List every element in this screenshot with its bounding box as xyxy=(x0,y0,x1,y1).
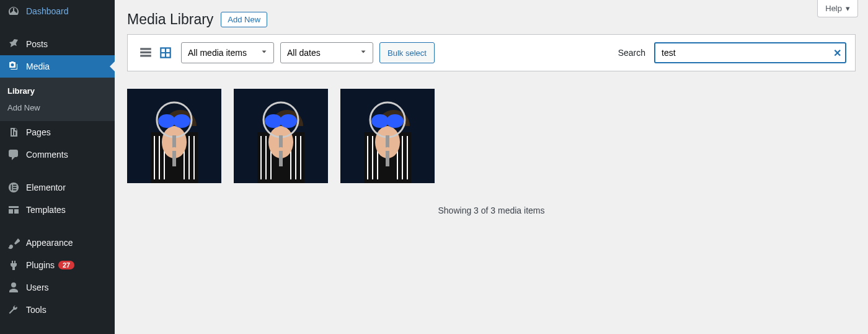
help-label: Help xyxy=(825,4,842,13)
search-input[interactable] xyxy=(654,42,846,63)
page-title: Media Library xyxy=(127,11,213,28)
pages-icon xyxy=(7,126,20,138)
menu-label: Appearance xyxy=(26,238,73,248)
search-label: Search xyxy=(618,48,645,58)
svg-point-17 xyxy=(280,114,297,128)
menu-media[interactable]: Media xyxy=(0,55,115,78)
svg-point-16 xyxy=(265,114,282,128)
media-submenu: Library Add New xyxy=(0,78,115,121)
chevron-down-icon xyxy=(359,48,368,58)
pin-icon xyxy=(7,38,20,50)
menu-label: Media xyxy=(26,61,50,71)
svg-rect-4 xyxy=(13,189,16,191)
submenu-library[interactable]: Library xyxy=(0,83,115,99)
svg-point-9 xyxy=(158,114,175,128)
elementor-icon xyxy=(7,181,20,194)
wrench-icon xyxy=(7,304,20,316)
menu-label: Dashboard xyxy=(26,6,69,16)
menu-appearance[interactable]: Appearance xyxy=(0,232,115,254)
list-icon xyxy=(139,46,153,60)
dashboard-icon xyxy=(7,5,20,17)
media-thumbnail[interactable] xyxy=(127,89,221,183)
menu-elementor[interactable]: Elementor xyxy=(0,176,115,199)
menu-comments[interactable]: Comments xyxy=(0,143,115,166)
media-type-select[interactable]: All media items xyxy=(181,42,274,63)
view-grid-button[interactable] xyxy=(156,43,175,62)
chevron-down-icon xyxy=(260,48,268,58)
grid-icon xyxy=(159,46,172,60)
media-grid xyxy=(115,71,868,189)
clear-search-icon[interactable]: ✕ xyxy=(833,47,841,59)
svg-point-10 xyxy=(173,114,190,128)
comment-icon xyxy=(7,148,20,161)
chevron-down-icon: ▾ xyxy=(846,4,850,13)
menu-label: Users xyxy=(26,282,49,292)
media-type-value: All media items xyxy=(188,48,247,58)
menu-label: Plugins xyxy=(26,260,55,270)
menu-templates[interactable]: Templates xyxy=(0,199,115,221)
menu-label: Elementor xyxy=(26,183,66,192)
main-content: Help ▾ Media Library Add New All media i… xyxy=(115,0,868,334)
menu-pages[interactable]: Pages xyxy=(0,121,115,143)
plugins-badge: 27 xyxy=(58,261,74,269)
view-switcher xyxy=(136,43,175,62)
add-new-button[interactable]: Add New xyxy=(221,12,267,27)
help-tab[interactable]: Help ▾ xyxy=(817,0,858,17)
svg-point-24 xyxy=(386,114,404,128)
menu-label: Comments xyxy=(26,150,68,160)
templates-icon xyxy=(7,204,20,216)
date-value: All dates xyxy=(287,48,321,58)
media-thumbnail[interactable] xyxy=(234,89,328,183)
bulk-select-button[interactable]: Bulk select xyxy=(379,42,435,63)
admin-sidebar: Dashboard Posts Media Library Add New Pa… xyxy=(0,0,115,334)
media-icon xyxy=(7,60,20,73)
svg-rect-3 xyxy=(13,187,16,188)
brush-icon xyxy=(7,237,20,249)
svg-point-23 xyxy=(371,114,389,128)
submenu-add-new[interactable]: Add New xyxy=(0,99,115,116)
menu-dashboard[interactable]: Dashboard xyxy=(0,0,115,22)
svg-rect-1 xyxy=(11,185,12,191)
menu-label: Tools xyxy=(26,305,46,315)
menu-users[interactable]: Users xyxy=(0,276,115,299)
menu-label: Templates xyxy=(26,205,66,215)
view-list-button[interactable] xyxy=(136,43,155,62)
date-select[interactable]: All dates xyxy=(280,42,373,63)
menu-label: Pages xyxy=(26,127,51,137)
menu-posts[interactable]: Posts xyxy=(0,33,115,55)
user-icon xyxy=(7,281,20,294)
filter-bar: All media items All dates Bulk select Se… xyxy=(127,34,856,71)
media-thumbnail[interactable] xyxy=(340,89,435,183)
svg-rect-2 xyxy=(13,185,16,186)
menu-plugins[interactable]: Plugins 27 xyxy=(0,254,115,276)
page-header: Media Library Add New xyxy=(115,0,868,34)
search-wrap: ✕ xyxy=(654,42,846,63)
menu-label: Posts xyxy=(26,39,48,49)
results-status: Showing 3 of 3 media items xyxy=(115,189,868,232)
menu-tools[interactable]: Tools xyxy=(0,299,115,321)
plug-icon xyxy=(7,259,20,271)
